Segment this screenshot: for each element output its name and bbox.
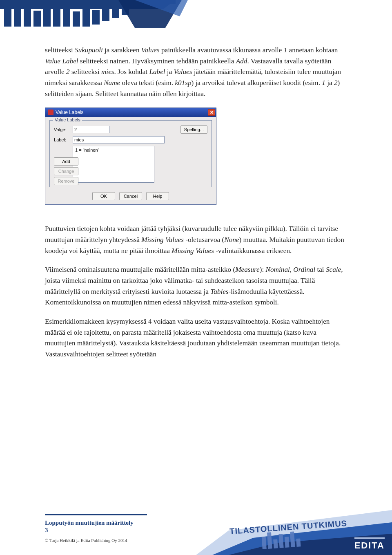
dialog-title-text: Value Labels: [56, 110, 84, 115]
svg-rect-15: [112, 8, 119, 18]
svg-rect-7: [33, 11, 41, 27]
svg-rect-11: [73, 11, 80, 27]
remove-button[interactable]: Remove: [54, 177, 78, 185]
page-footer: Lopputyön muuttujien määrittely 3 © Tarj…: [45, 514, 347, 543]
paragraph-1: selitteeksi Sukupuoli ja sarakkeen Value…: [45, 45, 347, 99]
footer-rule: [45, 514, 147, 515]
value-labels-group: Value Labels Value: Spelling... Label: 1…: [49, 120, 212, 187]
label-input[interactable]: [73, 136, 165, 143]
paragraph-2: Puuttuvien tietojen kohta voidaan jättää…: [45, 224, 347, 256]
app-icon: [48, 110, 53, 115]
group-legend: Value Labels: [53, 117, 82, 122]
svg-rect-13: [92, 10, 100, 25]
svg-rect-12: [82, 6, 90, 27]
add-button[interactable]: Add: [54, 157, 78, 166]
change-button[interactable]: Change: [54, 167, 78, 175]
cancel-button[interactable]: Cancel: [119, 192, 142, 200]
paragraph-4: Esimerkkilomakkeen kysymyksessä 4 voidaa…: [45, 316, 347, 360]
svg-rect-5: [14, 7, 21, 27]
footer-title: Lopputyön muuttujien määrittely: [45, 519, 347, 527]
page-number: 3: [45, 527, 347, 534]
value-input[interactable]: [73, 126, 109, 133]
paragraph-3: Viimeisenä ominaisuutena muuttujalle mää…: [45, 264, 347, 308]
svg-rect-9: [53, 9, 60, 27]
spelling-button[interactable]: Spelling...: [180, 125, 207, 134]
help-button[interactable]: Help: [146, 192, 169, 200]
value-label: Value:: [54, 127, 70, 132]
svg-rect-8: [43, 4, 51, 27]
top-decoration: [0, 0, 392, 39]
brand-edita: EDITA: [354, 537, 385, 551]
svg-rect-14: [102, 5, 109, 21]
list-item[interactable]: 1 = "nainen": [75, 148, 152, 152]
svg-rect-10: [63, 2, 70, 27]
values-listbox[interactable]: 1 = "nainen": [73, 146, 154, 183]
value-labels-dialog: Value Labels ✕ Value Labels Value: Spell…: [45, 107, 216, 205]
copyright: © Tarja Heikkilä ja Edita Publishing Oy …: [45, 538, 347, 543]
label-label: Label:: [54, 137, 70, 142]
svg-rect-4: [4, 4, 11, 27]
ok-button[interactable]: OK: [92, 192, 115, 200]
close-icon[interactable]: ✕: [208, 109, 215, 116]
svg-rect-6: [24, 3, 31, 27]
page-content: selitteeksi Sukupuoli ja sarakkeen Value…: [0, 0, 392, 360]
dialog-titlebar: Value Labels ✕: [45, 108, 216, 117]
